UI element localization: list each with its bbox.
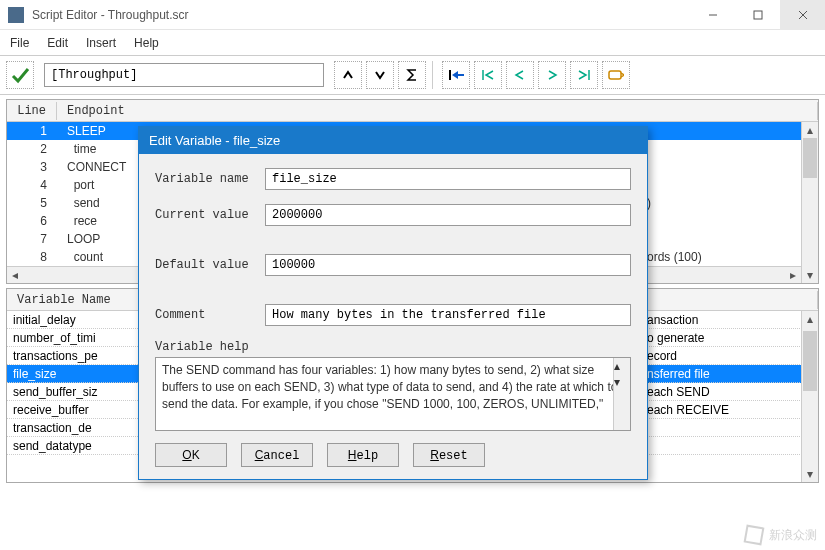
variable-name-input[interactable]	[265, 168, 631, 190]
script-grid-header: Line Endpoint	[7, 100, 818, 122]
cube-icon	[744, 525, 765, 546]
confirm-button[interactable]	[6, 61, 34, 89]
svg-rect-9	[609, 71, 621, 79]
nav-first-button[interactable]	[474, 61, 502, 89]
nav-last-button[interactable]	[570, 61, 598, 89]
app-icon	[8, 7, 24, 23]
menu-edit[interactable]: Edit	[47, 36, 68, 50]
comment-input[interactable]	[265, 304, 631, 326]
current-value-label: Current value	[155, 208, 265, 222]
variable-desc-trail: nsferred file	[647, 367, 710, 381]
col-endpoint[interactable]: Endpoint	[57, 102, 818, 120]
toolbar-separator	[432, 61, 436, 89]
scroll-up-icon[interactable]: ▴	[802, 311, 818, 327]
menu-help[interactable]: Help	[134, 36, 159, 50]
line-number: 4	[7, 178, 57, 192]
down-button[interactable]	[366, 61, 394, 89]
variable-help-label: Variable help	[155, 340, 631, 354]
loop-button[interactable]	[602, 61, 630, 89]
scroll-down-icon[interactable]: ▾	[802, 466, 818, 482]
svg-rect-1	[754, 11, 762, 19]
menubar: File Edit Insert Help	[0, 30, 825, 55]
variable-desc-trail: each RECEIVE	[647, 403, 729, 417]
default-value-input[interactable]	[265, 254, 631, 276]
line-number: 5	[7, 196, 57, 210]
variable-desc-trail: each SEND	[647, 385, 710, 399]
scroll-up-icon[interactable]: ▴	[802, 122, 818, 138]
line-number: 8	[7, 250, 57, 264]
scroll-down-icon[interactable]: ▾	[802, 267, 818, 283]
maximize-button[interactable]	[735, 0, 780, 30]
variable-name-label: Variable name	[155, 172, 265, 186]
current-value-input[interactable]	[265, 204, 631, 226]
trail-text: ords (100)	[647, 250, 702, 264]
vertical-scrollbar[interactable]: ▴ ▾	[801, 122, 818, 283]
help-text-content: The SEND command has four variables: 1) …	[162, 363, 617, 411]
variable-desc-trail: ecord	[647, 349, 677, 363]
window-title: Script Editor - Throughput.scr	[32, 8, 690, 22]
ok-button[interactable]: OK	[155, 443, 227, 467]
script-name-input[interactable]	[44, 63, 324, 87]
menu-file[interactable]: File	[10, 36, 29, 50]
scroll-down-icon[interactable]: ▾	[614, 374, 630, 390]
vertical-scrollbar[interactable]: ▴ ▾	[801, 311, 818, 482]
scroll-thumb[interactable]	[803, 138, 817, 178]
scroll-thumb[interactable]	[803, 331, 817, 391]
watermark-text: 新浪众测	[769, 527, 817, 544]
close-button[interactable]	[780, 0, 825, 30]
nav-next-button[interactable]	[538, 61, 566, 89]
dialog-title[interactable]: Edit Variable - file_size	[139, 127, 647, 154]
scroll-right-icon[interactable]: ▸	[785, 267, 801, 283]
up-button[interactable]	[334, 61, 362, 89]
line-number: 7	[7, 232, 57, 246]
line-number: 1	[7, 124, 57, 138]
variable-help-text[interactable]: The SEND command has four variables: 1) …	[155, 357, 631, 431]
watermark: 新浪众测	[745, 526, 817, 544]
line-number: 2	[7, 142, 57, 156]
help-scrollbar[interactable]: ▴ ▾	[613, 358, 630, 430]
scroll-up-icon[interactable]: ▴	[614, 358, 630, 374]
titlebar: Script Editor - Throughput.scr	[0, 0, 825, 30]
insert-button[interactable]	[442, 61, 470, 89]
variable-desc-trail: o generate	[647, 331, 704, 345]
help-button[interactable]: Help	[327, 443, 399, 467]
line-number: 6	[7, 214, 57, 228]
edit-variable-dialog: Edit Variable - file_size Variable name …	[138, 126, 648, 480]
menu-insert[interactable]: Insert	[86, 36, 116, 50]
reset-button[interactable]: Reset	[413, 443, 485, 467]
minimize-button[interactable]	[690, 0, 735, 30]
col-line[interactable]: Line	[7, 102, 57, 120]
variable-desc-trail: ansaction	[647, 313, 698, 327]
svg-marker-5	[452, 71, 458, 79]
toolbar	[0, 55, 825, 95]
comment-label: Comment	[155, 308, 265, 322]
line-number: 3	[7, 160, 57, 174]
nav-prev-button[interactable]	[506, 61, 534, 89]
scroll-left-icon[interactable]: ◂	[7, 267, 23, 283]
sum-button[interactable]	[398, 61, 426, 89]
cancel-button[interactable]: Cancel	[241, 443, 313, 467]
default-value-label: Default value	[155, 258, 265, 272]
